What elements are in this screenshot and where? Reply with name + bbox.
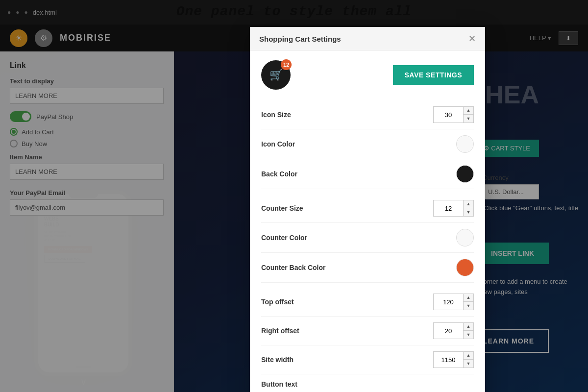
cart-badge: 12 [281, 59, 292, 70]
counter-size-label: Counter Size [261, 204, 303, 212]
icon-size-up[interactable]: ▲ [464, 107, 473, 115]
save-settings-button[interactable]: SAVE SETTINGS [393, 65, 474, 85]
top-offset-spinbox: ▲ ▼ [433, 294, 474, 310]
back-color-swatch[interactable] [456, 165, 474, 183]
icon-size-spinbox-buttons: ▲ ▼ [463, 107, 473, 122]
site-width-row: Site width ▲ ▼ [261, 345, 474, 374]
icon-size-down[interactable]: ▼ [464, 115, 473, 122]
counter-size-row: Counter Size ▲ ▼ [261, 194, 474, 223]
site-width-input[interactable] [434, 353, 463, 367]
right-offset-row: Right offset ▲ ▼ [261, 317, 474, 345]
site-width-up[interactable]: ▲ [464, 352, 473, 360]
back-color-row: Back Color [261, 159, 474, 189]
counter-back-color-row: Counter Back Color [261, 253, 474, 283]
icon-color-label: Icon Color [261, 140, 295, 148]
icon-color-row: Icon Color [261, 129, 474, 159]
counter-size-input[interactable] [434, 202, 463, 215]
top-offset-up[interactable]: ▲ [464, 294, 473, 302]
right-offset-input[interactable] [434, 324, 463, 338]
counter-back-color-swatch[interactable] [456, 259, 474, 276]
modal-header: Shopping Cart Settings ✕ [250, 27, 485, 50]
back-color-label: Back Color [261, 170, 297, 178]
site-width-spinbox-buttons: ▲ ▼ [463, 352, 473, 368]
button-text-row: Button text [261, 374, 474, 392]
cart-icon-wrapper: 🛒 12 [261, 60, 291, 90]
cart-preview-row: 🛒 12 SAVE SETTINGS [261, 60, 474, 90]
divider-2 [261, 283, 474, 288]
counter-size-down[interactable]: ▼ [464, 208, 473, 216]
modal-title: Shopping Cart Settings [259, 35, 341, 43]
top-offset-input[interactable] [434, 295, 463, 309]
top-offset-spinbox-buttons: ▲ ▼ [463, 294, 473, 310]
divider-1 [261, 189, 474, 194]
icon-color-swatch[interactable] [456, 135, 474, 153]
icon-size-input[interactable] [434, 108, 463, 122]
modal-body: 🛒 12 SAVE SETTINGS Icon Size ▲ ▼ Icon Co… [250, 50, 485, 392]
right-offset-up[interactable]: ▲ [464, 323, 473, 331]
icon-size-row: Icon Size ▲ ▼ [261, 100, 474, 129]
counter-color-label: Counter Color [261, 234, 307, 242]
site-width-down[interactable]: ▼ [464, 360, 473, 368]
icon-size-spinbox: ▲ ▼ [433, 106, 474, 123]
top-offset-label: Top offset [261, 298, 294, 306]
right-offset-label: Right offset [261, 327, 299, 335]
site-width-spinbox: ▲ ▼ [433, 351, 474, 368]
right-offset-spinbox-buttons: ▲ ▼ [463, 323, 473, 339]
top-offset-down[interactable]: ▼ [464, 302, 473, 310]
counter-size-up[interactable]: ▲ [464, 200, 473, 208]
top-offset-row: Top offset ▲ ▼ [261, 288, 474, 317]
button-text-label: Button text [261, 380, 297, 388]
site-width-label: Site width [261, 356, 294, 364]
shopping-cart-modal: Shopping Cart Settings ✕ 🛒 12 SAVE SETTI… [250, 27, 485, 392]
cart-icon: 🛒 [270, 69, 283, 81]
counter-color-row: Counter Color [261, 223, 474, 253]
counter-color-swatch[interactable] [456, 229, 474, 246]
counter-back-color-label: Counter Back Color [261, 264, 325, 271]
modal-close-button[interactable]: ✕ [468, 34, 476, 43]
right-offset-spinbox: ▲ ▼ [433, 322, 474, 339]
icon-size-label: Icon Size [261, 111, 291, 119]
counter-size-spinbox-buttons: ▲ ▼ [463, 200, 473, 216]
right-offset-down[interactable]: ▼ [464, 331, 473, 339]
counter-size-spinbox: ▲ ▼ [433, 200, 474, 217]
